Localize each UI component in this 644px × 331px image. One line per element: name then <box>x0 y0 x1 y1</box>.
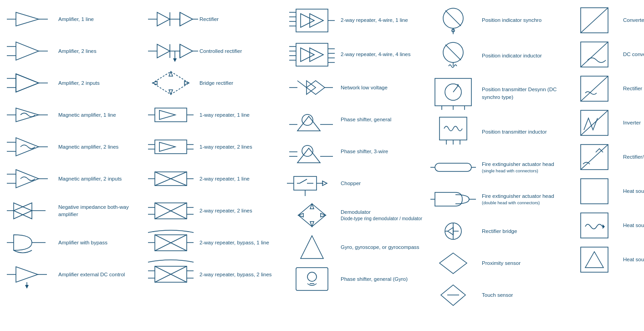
item-heat2: Heat source, radioisotope <box>567 209 644 242</box>
label-mag1: Magnetic amplifier, 1 line <box>58 111 140 119</box>
symbol-chop1 <box>287 171 337 196</box>
svg-marker-168 <box>440 253 467 274</box>
symbol-rect3 <box>569 74 619 103</box>
svg-marker-162 <box>448 228 453 235</box>
symbol-inv1 <box>569 108 619 138</box>
label-heat3: Heat source, combustion <box>623 256 644 263</box>
item-postx2: Position transmitter inductor <box>425 113 567 151</box>
symbol-heat2 <box>569 211 619 240</box>
symbol-amp2 <box>5 40 55 62</box>
svg-marker-62 <box>159 142 175 151</box>
svg-marker-11 <box>16 74 39 92</box>
item-rep4: 2-way repeater, 2 lines <box>143 195 284 226</box>
item-rep3: 2-way repeater, 1 line <box>143 163 284 194</box>
label-postx2: Position transmitter inductor <box>482 128 564 135</box>
svg-marker-57 <box>159 110 175 119</box>
item-postx1: Position transmitter Desynn (DC synchro … <box>425 74 567 112</box>
label-rep3: 2-way repeater, 1 line <box>199 175 281 182</box>
label-rep4: 2-way repeater, 2 lines <box>199 207 281 214</box>
svg-marker-94 <box>301 14 314 27</box>
svg-line-139 <box>445 10 461 26</box>
svg-marker-114 <box>297 116 320 131</box>
svg-marker-54 <box>153 81 157 85</box>
svg-marker-134 <box>301 236 323 259</box>
symbol-phase2 <box>287 139 337 164</box>
item-pos2: Position indicator inductor <box>425 38 567 73</box>
item-rectb1: Rectifier bridge <box>425 216 567 247</box>
symbol-rectb1 <box>428 221 478 242</box>
svg-rect-156 <box>435 163 471 171</box>
item-rect1: Rectifier <box>143 4 284 35</box>
item-chop1: Chopper <box>284 168 425 199</box>
label-dc1: DC converter <box>623 51 644 58</box>
item-rectinv1: Rectifier/inverter <box>567 140 644 174</box>
svg-marker-30 <box>16 267 38 282</box>
column-4: Position indicator synchro Position indi… <box>425 4 567 310</box>
label-demod1: Demodulator Diode-type ring demodulator … <box>341 208 423 222</box>
main-grid: Amplifier, 1 line Amplifier, 2 lines <box>0 0 644 314</box>
svg-marker-42 <box>157 44 170 58</box>
symbol-amp3 <box>5 72 55 94</box>
label-conv1: Converter, general <box>623 16 644 24</box>
label-rectb1: Rectifier bridge <box>482 228 564 235</box>
label-pos2: Position indicator inductor <box>482 52 564 59</box>
symbol-rectinv1 <box>569 142 619 172</box>
label-fire2: Fire extinguisher actuator head (double … <box>482 192 564 206</box>
item-phase3: Phase shifter, general (Gyro) <box>284 264 425 295</box>
symbol-gyro1 <box>287 233 337 261</box>
svg-marker-52 <box>184 81 189 85</box>
label-fire1: Fire extinguisher actuator head (single … <box>482 160 564 174</box>
label-net1: Network low voltage <box>341 84 423 91</box>
label-rectinv1: Rectifier/inverter <box>623 153 644 160</box>
item-neg1: Negative impedance both-way amplifier <box>2 195 143 226</box>
svg-marker-183 <box>603 224 605 229</box>
symbol-rep1 <box>146 103 196 126</box>
item-mag2: Magnetic amplifier, 2 lines <box>2 131 143 162</box>
symbol-pos2 <box>428 40 478 72</box>
svg-marker-9 <box>16 74 39 92</box>
label-rep5: 2-way repeater, bypass, 1 line <box>199 239 281 246</box>
symbol-rep3 <box>146 167 196 190</box>
svg-marker-24 <box>14 203 32 219</box>
item-bridge1: Bridge rectifier <box>143 67 284 98</box>
svg-marker-39 <box>180 12 193 26</box>
svg-marker-131 <box>321 213 326 217</box>
symbol-fire1 <box>428 160 478 176</box>
item-phase2: Phase shifter, 3-wire <box>284 136 425 167</box>
item-rep7: 2-way repeater, 4-wire, 1 line <box>284 4 425 37</box>
symbol-bridge1 <box>146 71 196 96</box>
symbol-rep4 <box>146 198 196 223</box>
item-prox1: Proximity sensor <box>425 248 567 279</box>
label-rep8: 2-way repeater, 4-wire, 4 lines <box>341 51 423 58</box>
symbol-rep7 <box>287 5 337 35</box>
item-amp4: Amplifier with bypass <box>2 227 143 258</box>
label-heat1: Heat source, general <box>623 187 644 195</box>
svg-marker-95 <box>310 14 323 27</box>
svg-marker-35 <box>157 12 170 26</box>
item-fire1: Fire extinguisher actuator head (single … <box>425 152 567 183</box>
symbol-prox1 <box>428 251 478 276</box>
label-phase1: Phase shifter, general <box>341 116 423 123</box>
label-amp1: Amplifier, 1 line <box>58 16 140 23</box>
item-rect3: Rectifier <box>567 72 644 105</box>
svg-marker-102 <box>301 48 314 62</box>
item-rep6: 2-way repeater, bypass, 2 lines <box>143 259 284 290</box>
svg-line-124 <box>300 179 307 183</box>
label-neg1: Negative impedance both-way amplifier <box>58 203 140 218</box>
svg-line-178 <box>581 110 608 135</box>
symbol-rect2 <box>146 42 196 60</box>
label-gyro1: Gyro, gyroscope, or gyrocompass <box>341 243 423 251</box>
item-rep5: 2-way repeater, bypass, 1 line <box>143 227 284 258</box>
item-gyro1: Gyro, gyroscope, or gyrocompass <box>284 232 425 263</box>
item-heat3: Heat source, combustion <box>567 243 644 276</box>
svg-rect-184 <box>581 247 608 272</box>
svg-marker-110 <box>307 81 316 94</box>
symbol-touch1 <box>428 283 478 308</box>
label-rep2: 1-way repeater, 2 lines <box>199 143 281 150</box>
label-rect2: Controlled rectifier <box>199 47 281 55</box>
item-rep2: 1-way repeater, 2 lines <box>143 131 284 162</box>
item-rep8: 2-way repeater, 4-wire, 4 lines <box>284 38 425 71</box>
label-heat2: Heat source, radioisotope <box>623 222 644 229</box>
label-phase3: Phase shifter, general (Gyro) <box>341 275 423 283</box>
symbol-phase1 <box>287 107 337 132</box>
